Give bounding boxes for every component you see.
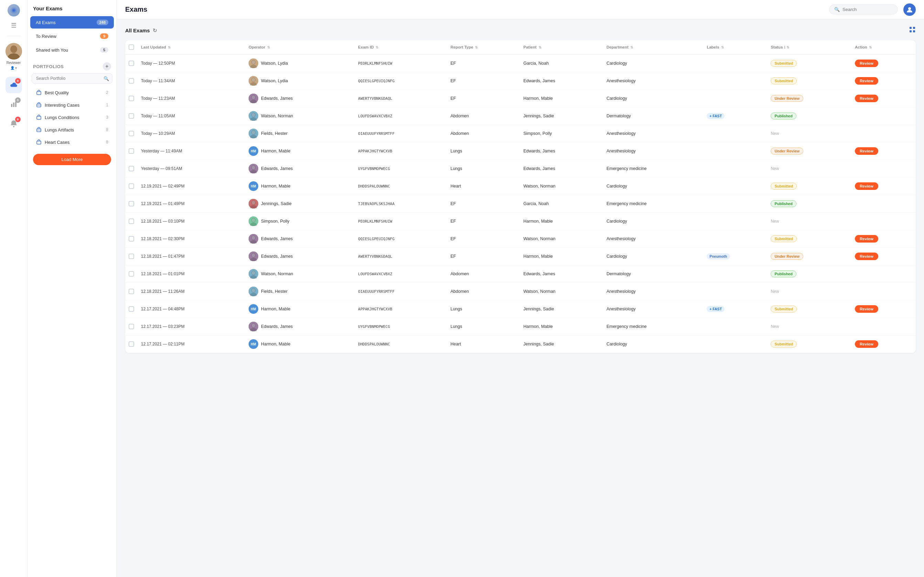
label-fast: + FAST — [707, 306, 725, 312]
review-button[interactable]: Review — [855, 305, 878, 313]
cell-patient: Harmon, Mable — [520, 213, 603, 230]
review-button[interactable]: Review — [855, 60, 878, 67]
cell-action — [852, 160, 916, 177]
table-section-title: All Exams ↻ — [125, 27, 157, 34]
review-button[interactable]: Review — [855, 147, 878, 155]
table-row: Yesterday — 09:51AM Edwards, James UYGFV… — [125, 160, 916, 177]
reviewer-dropdown[interactable]: 👤▾ — [10, 66, 17, 70]
row-checkbox[interactable] — [129, 96, 134, 101]
cell-report-type: Lungs — [447, 318, 520, 335]
operator-avatar — [249, 111, 258, 121]
select-all-checkbox[interactable] — [129, 44, 134, 50]
review-button[interactable]: Review — [855, 253, 878, 260]
table-row: Today — 11:05AM Watson, Norman LOUFDSWAV… — [125, 107, 916, 125]
portfolio-interesting-cases[interactable]: Interesting Cases 1 — [30, 99, 114, 111]
app-logo — [8, 4, 20, 16]
nav-shared-with-you[interactable]: Shared with You 5 — [30, 44, 114, 56]
operator-avatar — [249, 129, 258, 138]
svg-point-49 — [252, 201, 255, 205]
col-report-type: Report Type ⇅ — [447, 40, 520, 54]
svg-rect-6 — [11, 104, 12, 107]
cell-action: Review — [852, 54, 916, 72]
cell-exam-id: UYGFVBNMOPWECG — [355, 160, 447, 177]
status-badge: Submitted — [771, 306, 797, 313]
cell-report-type: Abdomen — [447, 265, 520, 283]
table-row: Today — 11:23AM Edwards, James AWERTYVBN… — [125, 90, 916, 107]
row-checkbox[interactable] — [129, 288, 134, 294]
review-button[interactable]: Review — [855, 340, 878, 348]
row-checkbox[interactable] — [129, 61, 134, 66]
search-icon: 🔍 — [103, 76, 109, 81]
portfolio-heart-cases[interactable]: Heart Cases 8 — [30, 136, 114, 148]
row-checkbox[interactable] — [129, 113, 134, 119]
row-checkbox[interactable] — [129, 184, 134, 189]
portfolio-best-quality[interactable]: Best Quality 2 — [30, 87, 114, 98]
grid-view-icon[interactable] — [909, 26, 916, 35]
user-avatar-button[interactable] — [903, 3, 916, 16]
cell-date: Yesterday — 11:49AM — [138, 142, 245, 160]
cell-exam-id: LOUFDSWAVXCVBXZ — [355, 265, 447, 283]
cell-date: 12.18.2021 — 03:10PM — [138, 213, 245, 230]
row-checkbox[interactable] — [129, 131, 134, 136]
row-checkbox[interactable] — [129, 78, 134, 84]
row-checkbox[interactable] — [129, 271, 134, 277]
cell-operator: HM Harmon, Mable — [245, 142, 355, 160]
cell-action — [852, 125, 916, 142]
status-badge: Published — [771, 271, 796, 277]
row-checkbox[interactable] — [129, 219, 134, 224]
row-checkbox[interactable] — [129, 166, 134, 171]
cell-department: Anesthesiology — [603, 72, 704, 90]
portfolio-lungs-conditions[interactable]: Lungs Conditions 3 — [30, 111, 114, 123]
row-checkbox[interactable] — [129, 324, 134, 329]
cell-status: New — [767, 213, 852, 230]
operator-avatar — [249, 322, 258, 331]
row-checkbox[interactable] — [129, 201, 134, 206]
review-button[interactable]: Review — [855, 182, 878, 190]
nav-chart-icon[interactable]: 3 — [5, 96, 22, 113]
row-checkbox[interactable] — [129, 341, 134, 347]
load-more-button[interactable]: Load More — [33, 154, 111, 165]
hamburger-menu-icon[interactable]: ☰ — [8, 19, 20, 32]
search-input[interactable] — [842, 7, 893, 12]
cell-status: Submitted — [767, 230, 852, 248]
table-row: 12.18.2021 — 02:30PM Edwards, James QQIE… — [125, 230, 916, 248]
portfolio-lungs-artifacts[interactable]: Lungs Artifacts 8 — [30, 124, 114, 135]
cell-report-type: Lungs — [447, 142, 520, 160]
cell-patient: Edwards, James — [520, 160, 603, 177]
cell-status: Under Review — [767, 142, 852, 160]
nav-to-review[interactable]: To Review 9 — [30, 30, 114, 42]
cell-department: Emergency medicine — [603, 195, 704, 213]
status-badge: Under Review — [771, 148, 803, 155]
row-checkbox[interactable] — [129, 148, 134, 154]
status-badge: New — [771, 324, 779, 329]
cell-labels — [703, 335, 767, 353]
review-button[interactable]: Review — [855, 95, 878, 102]
refresh-icon[interactable]: ↻ — [153, 27, 157, 34]
cell-department: Cardiology — [603, 248, 704, 265]
nav-all-exams[interactable]: All Exams 248 — [30, 16, 114, 29]
operator-avatar: HM — [249, 181, 258, 191]
cell-operator: Simpson, Polly — [245, 213, 355, 230]
cell-exam-id: AWERTYVBNKGDAQL — [355, 90, 447, 107]
nav-bell-icon[interactable]: 9 — [5, 115, 22, 132]
cell-report-type: Heart — [447, 177, 520, 195]
cell-status: Published — [767, 265, 852, 283]
operator-avatar — [249, 269, 258, 279]
cell-status: Submitted — [767, 72, 852, 90]
add-portfolio-button[interactable]: + — [103, 62, 111, 71]
row-checkbox[interactable] — [129, 306, 134, 312]
cell-operator: Jennings, Sadie — [245, 195, 355, 213]
cell-labels — [703, 125, 767, 142]
review-button[interactable]: Review — [855, 235, 878, 243]
review-button[interactable]: Review — [855, 77, 878, 85]
cell-labels — [703, 265, 767, 283]
cell-department: Emergency medicine — [603, 160, 704, 177]
svg-rect-16 — [37, 141, 41, 144]
cell-department: Dermatology — [603, 107, 704, 125]
cell-patient: Harmon, Mable — [520, 90, 603, 107]
row-checkbox[interactable] — [129, 253, 134, 259]
search-portfolio-input[interactable] — [32, 73, 112, 84]
row-checkbox[interactable] — [129, 236, 134, 242]
col-department: Department ⇅ — [603, 40, 704, 54]
nav-cloud-icon[interactable]: 9 — [5, 77, 22, 93]
